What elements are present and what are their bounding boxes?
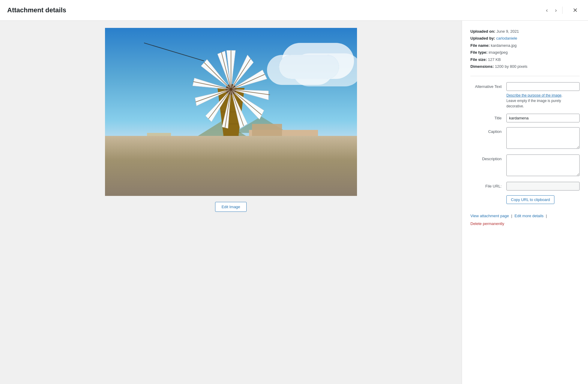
svg-rect-3 <box>144 154 318 172</box>
description-label: Description <box>470 154 506 161</box>
uploaded-by-link[interactable]: carlodaniele <box>496 36 517 40</box>
title-control <box>506 114 580 122</box>
svg-point-48 <box>234 148 249 157</box>
svg-point-46 <box>171 146 195 161</box>
file-metadata: Uploaded on: June 9, 2021 Uploaded by: c… <box>470 28 580 70</box>
alt-text-row: Alternative Text Describe the purpose of… <box>470 82 580 109</box>
file-size-value: 127 KB <box>488 57 501 62</box>
svg-rect-4 <box>144 163 318 172</box>
file-type-row: File type: image/jpeg <box>470 49 580 56</box>
svg-rect-44 <box>250 146 314 149</box>
caption-control <box>506 127 580 150</box>
view-attachment-link[interactable]: View attachment page <box>470 214 509 218</box>
file-size-row: File size: 127 KB <box>470 56 580 63</box>
modal-title: Attachment details <box>7 6 66 14</box>
footer-links: View attachment page | Edit more details… <box>470 212 580 227</box>
svg-point-47 <box>188 147 206 159</box>
copy-url-button[interactable]: Copy URL to clipboard <box>506 195 554 204</box>
svg-rect-40 <box>144 136 180 166</box>
header-nav: ‹ › ✕ <box>543 5 581 16</box>
caption-row: Caption <box>470 127 580 150</box>
uploaded-by-row: Uploaded by: carlodaniele <box>470 35 580 42</box>
svg-line-39 <box>144 43 204 61</box>
description-control <box>506 154 580 177</box>
close-button[interactable]: ✕ <box>570 5 581 16</box>
dimensions-value: 1200 by 800 pixels <box>495 64 527 69</box>
svg-rect-2 <box>144 148 318 196</box>
image-container <box>105 28 357 196</box>
alt-text-hint: Leave empty if the image is purely decor… <box>506 99 561 108</box>
svg-rect-6 <box>252 124 282 142</box>
alt-text-help: Describe the purpose of the image. Leave… <box>506 93 580 109</box>
image-panel: Edit Image <box>0 21 462 384</box>
meta-divider <box>470 76 580 76</box>
uploaded-on-value: June 9, 2021 <box>496 29 519 34</box>
file-type-label: File type: <box>470 50 488 55</box>
windmill-svg <box>144 34 318 196</box>
title-input[interactable] <box>506 114 580 122</box>
alt-text-label: Alternative Text <box>470 82 506 89</box>
file-url-row: File URL: <box>470 182 580 190</box>
prev-button[interactable]: ‹ <box>543 5 551 15</box>
delete-permanently-link[interactable]: Delete permanently <box>470 220 580 227</box>
file-name-row: File name: kardamena.jpg <box>470 42 580 49</box>
svg-rect-45 <box>250 151 314 154</box>
file-url-label: File URL: <box>470 182 506 188</box>
svg-rect-42 <box>249 140 315 157</box>
dimensions-row: Dimensions: 1200 by 800 pixels <box>470 63 580 70</box>
edit-image-button[interactable]: Edit Image <box>215 202 246 212</box>
file-url-control <box>506 182 580 190</box>
uploaded-by-label: Uploaded by: <box>470 36 495 40</box>
modal-body: Edit Image Uploaded on: June 9, 2021 Upl… <box>0 21 588 384</box>
next-button[interactable]: › <box>552 5 560 15</box>
svg-rect-43 <box>250 142 314 145</box>
file-type-value: image/jpeg <box>489 50 508 55</box>
title-label: Title <box>470 114 506 120</box>
details-panel: Uploaded on: June 9, 2021 Uploaded by: c… <box>462 21 588 384</box>
file-url-input[interactable] <box>506 182 580 190</box>
alt-text-control: Describe the purpose of the image. Leave… <box>506 82 580 109</box>
modal-header: Attachment details ‹ › ✕ <box>0 0 588 21</box>
file-name-label: File name: <box>470 43 490 48</box>
alt-text-input[interactable] <box>506 82 580 91</box>
description-row: Description <box>470 154 580 177</box>
svg-point-38 <box>230 88 232 91</box>
caption-label: Caption <box>470 127 506 134</box>
file-name-value: kardamena.jpg <box>491 43 517 48</box>
description-input[interactable] <box>506 154 580 176</box>
caption-input[interactable] <box>506 127 580 149</box>
nav-divider <box>562 7 562 14</box>
alt-text-link[interactable]: Describe the purpose of the image <box>506 93 561 98</box>
dimensions-label: Dimensions: <box>470 64 494 69</box>
uploaded-on-row: Uploaded on: June 9, 2021 <box>470 28 580 35</box>
attachment-image <box>105 28 357 196</box>
footer-sep-2: | <box>546 214 547 218</box>
uploaded-on-label: Uploaded on: <box>470 29 495 34</box>
footer-sep-1: | <box>511 214 512 218</box>
title-row: Title <box>470 114 580 122</box>
svg-rect-41 <box>147 133 171 148</box>
file-size-label: File size: <box>470 57 487 62</box>
edit-more-link[interactable]: Edit more details <box>514 214 544 218</box>
